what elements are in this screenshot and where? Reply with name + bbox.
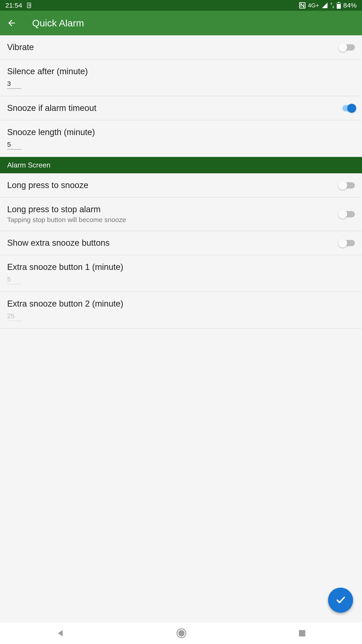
snooze-timeout-label: Snooze if alarm timeout xyxy=(7,103,338,113)
data-arrows-icon xyxy=(330,2,334,8)
page-title: Quick Alarm xyxy=(32,18,84,28)
svg-rect-7 xyxy=(299,630,306,636)
nfc-icon xyxy=(299,2,306,9)
navigation-bar xyxy=(0,622,362,644)
check-icon xyxy=(335,594,346,606)
battery-percent: 84% xyxy=(343,2,357,9)
show-extra-snooze-switch[interactable] xyxy=(338,238,355,248)
long-press-snooze-label: Long press to snooze xyxy=(7,180,338,190)
app-bar: Quick Alarm xyxy=(0,11,362,35)
long-press-stop-subtitle: Tapping stop button will become snooze xyxy=(7,216,338,224)
extra-snooze-2-row[interactable]: Extra snooze button 2 (minute) xyxy=(0,292,362,328)
vibrate-switch[interactable] xyxy=(338,43,355,52)
status-time: 21:54 xyxy=(5,2,22,9)
snooze-timeout-row[interactable]: Snooze if alarm timeout xyxy=(0,96,362,120)
extra-snooze-1-label: Extra snooze button 1 (minute) xyxy=(7,262,123,272)
silence-after-row[interactable]: Silence after (minute) xyxy=(0,60,362,96)
extra-snooze-2-label: Extra snooze button 2 (minute) xyxy=(7,299,123,308)
silence-after-label: Silence after (minute) xyxy=(7,67,88,76)
snooze-length-input[interactable] xyxy=(7,140,21,150)
settings-list: Vibrate Silence after (minute) Snooze if… xyxy=(0,35,362,328)
svg-rect-4 xyxy=(337,3,340,4)
rotation-lock-icon xyxy=(26,2,32,9)
long-press-stop-switch[interactable] xyxy=(338,210,355,219)
extra-snooze-1-input[interactable] xyxy=(7,274,21,284)
nav-home-icon[interactable] xyxy=(176,628,187,639)
confirm-fab[interactable] xyxy=(328,588,353,613)
snooze-timeout-switch[interactable] xyxy=(338,104,355,113)
long-press-snooze-row[interactable]: Long press to snooze xyxy=(0,173,362,198)
long-press-snooze-switch[interactable] xyxy=(338,181,355,190)
status-bar: 21:54 4G+ 84% xyxy=(0,0,362,11)
show-extra-snooze-label: Show extra snooze buttons xyxy=(7,238,338,248)
svg-point-6 xyxy=(179,630,184,636)
extra-snooze-1-row[interactable]: Extra snooze button 1 (minute) xyxy=(0,255,362,292)
signal-icon xyxy=(321,2,328,9)
snooze-length-row[interactable]: Snooze length (minute) xyxy=(0,120,362,157)
battery-icon xyxy=(337,2,341,9)
alarm-screen-section: Alarm Screen xyxy=(0,157,362,173)
nav-recent-icon[interactable] xyxy=(298,629,306,638)
silence-after-input[interactable] xyxy=(7,79,21,89)
show-extra-snooze-row[interactable]: Show extra snooze buttons xyxy=(0,231,362,255)
svg-rect-3 xyxy=(338,2,340,3)
long-press-stop-row[interactable]: Long press to stop alarm Tapping stop bu… xyxy=(0,198,362,231)
network-type: 4G+ xyxy=(308,2,319,9)
extra-snooze-2-input[interactable] xyxy=(7,311,21,321)
vibrate-label: Vibrate xyxy=(7,42,338,52)
snooze-length-label: Snooze length (minute) xyxy=(7,128,95,137)
vibrate-row[interactable]: Vibrate xyxy=(0,35,362,60)
nav-back-icon[interactable] xyxy=(56,628,65,638)
back-arrow-icon[interactable] xyxy=(7,18,16,28)
long-press-stop-label: Long press to stop alarm xyxy=(7,204,338,214)
